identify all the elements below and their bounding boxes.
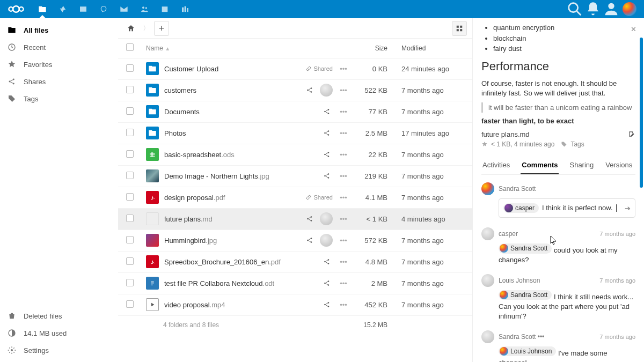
share-icon[interactable] [321,299,333,311]
table-row[interactable]: future plans.md ••• < 1 KB 4 minutes ago [118,208,472,230]
close-icon[interactable]: ✕ [628,24,639,34]
row-checkbox[interactable] [126,193,134,201]
contacts-menu-icon[interactable] [602,0,620,18]
table-row[interactable]: test file PR Collabora Nextcloud.odt •••… [118,272,472,294]
row-checkbox[interactable] [126,215,134,222]
table-row[interactable]: video proposal.mp4 ••• 452 KB 7 months a… [118,294,472,315]
tag-icon[interactable] [561,141,567,147]
file-type-icon [146,148,159,161]
table-row[interactable]: design proposal.pdf Shared ••• 4.1 MB 7 … [118,187,472,208]
sidebar-item-settings[interactable]: Settings [0,342,118,359]
row-checkbox[interactable] [126,300,134,308]
search-icon[interactable] [566,0,584,18]
select-all-checkbox[interactable] [126,43,134,51]
svg-point-24 [324,111,326,113]
file-modified: 4 minutes ago [397,208,472,230]
table-row[interactable]: Customer Upload Shared ••• 0 KB 24 minut… [118,58,472,79]
table-row[interactable]: Photos ••• 2.5 MB 17 minutes ago [118,122,472,144]
sidebar-item-deleted[interactable]: Deleted files [0,307,118,324]
more-icon[interactable]: ••• [337,298,350,311]
nav-talk-icon[interactable] [93,0,114,18]
share-icon[interactable] [321,127,333,139]
more-icon[interactable]: ••• [337,105,350,118]
row-checkbox[interactable] [126,257,134,265]
sidebar-item-all-files[interactable]: All files [0,21,118,39]
share-icon[interactable] [304,234,316,246]
nav-gallery-icon[interactable] [73,0,93,18]
nav-mail-icon[interactable] [114,0,134,18]
table-row[interactable]: customers ••• 522 KB 7 months ago [118,79,472,101]
table-row[interactable]: Demo Image - Northern Lights.jpg ••• 219… [118,165,472,187]
more-icon[interactable]: ••• [337,127,350,139]
sidebar-item-favorites[interactable]: Favorites [0,56,118,73]
scrollbar-thumb[interactable] [640,38,643,188]
scrollbar[interactable] [639,38,644,362]
more-icon[interactable]: ••• [337,62,350,75]
more-icon[interactable]: ••• [337,255,350,268]
share-icon[interactable] [304,84,316,96]
send-icon[interactable]: ➔ [625,204,631,212]
comment-draft: Sandra Scott casper I think it is perfec… [481,182,635,218]
grid-view-icon[interactable] [452,21,467,36]
app-logo[interactable] [5,4,27,14]
table-row[interactable]: Spreedbox_Brochure_201606_en.pdf ••• 4.8… [118,251,472,272]
file-type-icon [146,62,159,75]
more-icon[interactable]: ••• [337,234,350,247]
file-type-icon [146,191,159,204]
row-checkbox[interactable] [126,150,134,158]
details-panel: ✕ quantum encryption blockchain fairy du… [472,18,644,362]
edit-icon[interactable] [628,130,635,138]
nav-deck-icon[interactable] [175,0,195,18]
nav-contacts-icon[interactable] [134,0,155,18]
sidebar-item-recent[interactable]: Recent [0,39,118,56]
svg-rect-15 [460,25,462,27]
share-icon[interactable] [321,106,333,117]
add-button[interactable]: + [154,21,169,36]
notifications-icon[interactable] [584,0,602,18]
table-row[interactable]: Documents ••• 77 KB 7 months ago [118,101,472,122]
sidebar-item-tags[interactable]: Tags [0,90,118,107]
file-meta-size: < 1 KB, 4 minutes ago [491,141,554,148]
share-icon[interactable] [304,213,316,225]
more-icon[interactable]: ••• [337,169,350,182]
table-row[interactable]: basic-spreadsheet.ods ••• 22 KB 7 months… [118,144,472,165]
file-size: 4.1 MB [354,187,397,208]
svg-point-22 [311,87,312,89]
column-header-name[interactable]: Name [146,45,163,52]
table-row[interactable]: Hummingbird.jpg ••• 572 KB 7 months ago [118,230,472,251]
share-icon[interactable] [321,256,333,268]
sidebar-item-shares[interactable]: Shares [0,73,118,90]
user-menu[interactable] [620,0,639,18]
more-icon[interactable]: ••• [337,84,350,97]
row-checkbox[interactable] [126,129,134,136]
mention-chip: Sandra Scott [499,290,552,300]
tab-sharing[interactable]: Sharing [568,158,595,174]
more-icon[interactable]: ••• [337,191,350,204]
home-icon[interactable] [123,21,138,36]
svg-point-41 [311,238,312,239]
file-size: 2 MB [354,272,397,294]
share-icon[interactable] [321,277,333,289]
more-icon[interactable]: ••• [337,148,350,161]
row-checkbox[interactable] [126,236,134,243]
column-header-size[interactable]: Size [354,39,397,58]
nav-calendar-icon[interactable] [155,0,175,18]
row-checkbox[interactable] [126,86,134,93]
row-checkbox[interactable] [126,64,134,72]
share-icon[interactable] [321,170,333,182]
column-header-modified[interactable]: Modified [397,39,472,58]
top-right [566,0,639,18]
tab-comments[interactable]: Comments [521,158,559,174]
nav-activity-icon[interactable] [53,0,73,18]
star-icon[interactable] [481,141,488,147]
tab-versions[interactable]: Versions [604,158,633,174]
more-icon[interactable]: ••• [337,212,350,225]
row-checkbox[interactable] [126,279,134,286]
row-checkbox[interactable] [126,107,134,115]
share-icon[interactable] [321,149,333,160]
row-checkbox[interactable] [126,172,134,179]
comment-input[interactable]: casper I think it is perfect now. ➔ [499,198,635,218]
more-icon[interactable]: ••• [337,277,350,290]
nav-files-icon[interactable] [32,0,53,18]
tab-activities[interactable]: Activities [481,158,511,174]
